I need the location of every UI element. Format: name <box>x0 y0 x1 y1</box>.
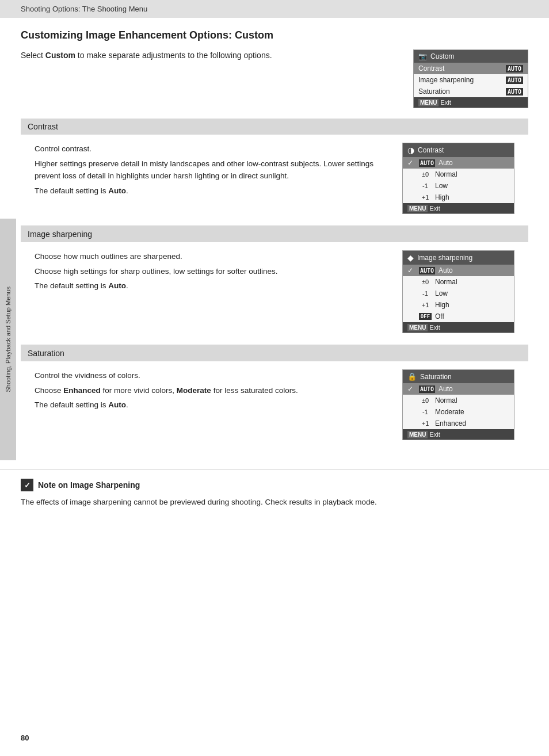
contrast-section: Contrast Control contrast. Higher settin… <box>21 119 528 226</box>
sharpening-submenu-icon: ◆ <box>407 253 414 262</box>
contrast-submenu-footer: MENU Exit <box>403 203 514 213</box>
saturation-sym-normal: ±0 <box>419 397 432 404</box>
sharpening-section-header: Image sharpening <box>21 226 528 242</box>
saturation-row-enhanced[interactable]: +1 Enhanced <box>403 418 514 429</box>
header-bar: Shooting Options: The Shooting Menu <box>0 0 549 18</box>
sharpening-label-off: Off <box>435 312 444 320</box>
contrast-sym-auto: AUTO <box>419 159 435 167</box>
contrast-check-auto: ✓ <box>407 159 415 167</box>
sharpening-default-bold: Auto <box>108 281 126 290</box>
sharpening-exit: Exit <box>430 324 440 331</box>
custom-menu-row-sharpening[interactable]: Image sharpening AUTO <box>414 74 528 86</box>
saturation-sym-moderate: -1 <box>419 408 432 415</box>
saturation-default-bold: Auto <box>108 400 126 409</box>
saturation-label-auto: Auto <box>439 385 453 393</box>
contrast-label-auto: Auto <box>439 159 453 167</box>
contrast-row-high[interactable]: +1 High <box>403 192 514 203</box>
saturation-submenu-icon: 🔒 <box>407 372 417 381</box>
contrast-default-bold: Auto <box>108 186 126 195</box>
intro-bold: Custom <box>45 51 75 60</box>
sharpening-desc-line1: Choose how much outlines are sharpened. <box>35 250 388 263</box>
side-tab: Shooting, Playback and Setup Menus <box>0 219 16 460</box>
custom-menu-saturation-label: Saturation <box>418 87 450 96</box>
page-title: Customizing Image Enhancement Options: C… <box>21 29 528 41</box>
saturation-enhanced-bold: Enhanced <box>63 386 101 395</box>
sharpening-sym-normal: ±0 <box>419 278 432 285</box>
page-number: 80 <box>21 734 29 742</box>
contrast-desc-line3: The default setting is Auto. <box>35 185 388 197</box>
sharpening-label-normal: Normal <box>435 278 458 286</box>
contrast-menu-key: MENU <box>407 205 428 212</box>
saturation-menu-key: MENU <box>407 431 428 438</box>
saturation-submenu-label: Saturation <box>420 373 452 381</box>
contrast-label-low: Low <box>435 182 448 190</box>
saturation-row-moderate[interactable]: -1 Moderate <box>403 406 514 418</box>
custom-menu-icon: 📷 <box>418 52 427 60</box>
saturation-label-normal: Normal <box>435 396 458 404</box>
custom-menu-row-contrast[interactable]: Contrast AUTO <box>414 63 528 74</box>
sharpening-row-low[interactable]: -1 Low <box>403 288 514 299</box>
contrast-label-normal: Normal <box>435 170 458 178</box>
contrast-desc-line1: Control contrast. <box>35 143 388 155</box>
contrast-desc-line2: Higher settings preserve detail in misty… <box>35 158 388 182</box>
sharpening-submenu-header: ◆ Image sharpening <box>403 251 514 265</box>
saturation-desc-line2: Choose Enhanced for more vivid colors, M… <box>35 384 388 397</box>
saturation-section-body: Control the vividness of colors. Choose … <box>21 361 528 452</box>
saturation-label-moderate: Moderate <box>435 408 464 416</box>
note-title-text: Note on Image Sharpening <box>38 480 140 490</box>
custom-menu-panel: 📷 Custom Contrast AUTO Image sharpening … <box>413 49 528 108</box>
sharpening-row-high[interactable]: +1 High <box>403 299 514 311</box>
sharpening-sym-high: +1 <box>419 301 432 308</box>
contrast-section-header: Contrast <box>21 119 528 135</box>
custom-menu-sharpening-label: Image sharpening <box>418 76 474 84</box>
custom-menu-exit: Exit <box>441 99 451 106</box>
header-title: Shooting Options: The Shooting Menu <box>21 5 147 13</box>
saturation-row-normal[interactable]: ±0 Normal <box>403 395 514 406</box>
contrast-submenu-icon: ◑ <box>407 146 414 155</box>
saturation-moderate-bold: Moderate <box>177 386 211 395</box>
contrast-section-body: Control contrast. Higher settings preser… <box>21 135 528 226</box>
note-text: The effects of image sharpening cannot b… <box>21 496 528 509</box>
saturation-sym-enhanced: +1 <box>419 420 432 427</box>
sharpening-section-body: Choose how much outlines are sharpened. … <box>21 242 528 345</box>
sharpening-row-off[interactable]: OFF Off <box>403 311 514 322</box>
intro-row: Select Custom to make separate adjustmen… <box>21 49 528 108</box>
saturation-submenu-footer: MENU Exit <box>403 429 514 440</box>
note-section: ✓ Note on Image Sharpening The effects o… <box>0 469 549 518</box>
saturation-desc: Control the vividness of colors. Choose … <box>35 369 388 440</box>
saturation-exit: Exit <box>430 431 440 438</box>
saturation-row-auto[interactable]: ✓ AUTO Auto <box>403 383 514 395</box>
side-tab-text: Shooting, Playback and Setup Menus <box>5 287 12 392</box>
sharpening-row-normal[interactable]: ±0 Normal <box>403 276 514 288</box>
custom-menu-sharpening-value: AUTO <box>506 77 523 84</box>
saturation-section-header: Saturation <box>21 345 528 361</box>
saturation-submenu: 🔒 Saturation ✓ AUTO Auto ±0 Normal -1 Mo… <box>402 369 514 440</box>
contrast-submenu: ◑ Contrast ✓ AUTO Auto ±0 Normal -1 Low <box>402 143 514 214</box>
sharpening-label-high: High <box>435 301 449 309</box>
saturation-sym-auto: AUTO <box>419 385 435 393</box>
sharpening-sym-off: OFF <box>419 313 432 320</box>
contrast-label-high: High <box>435 193 449 201</box>
sharpening-desc: Choose how much outlines are sharpened. … <box>35 250 388 333</box>
sharpening-label-low: Low <box>435 289 448 297</box>
sharpening-row-auto[interactable]: ✓ AUTO Auto <box>403 265 514 276</box>
sharpening-label-auto: Auto <box>439 266 453 274</box>
custom-menu-saturation-value: AUTO <box>506 88 523 96</box>
contrast-sym-high: +1 <box>419 194 432 201</box>
contrast-sym-normal: ±0 <box>419 171 432 178</box>
saturation-desc-line3: The default setting is Auto. <box>35 399 388 411</box>
note-title: ✓ Note on Image Sharpening <box>21 479 528 491</box>
custom-menu-key: MENU <box>418 99 439 106</box>
custom-menu-row-saturation[interactable]: Saturation AUTO <box>414 86 528 97</box>
saturation-submenu-header: 🔒 Saturation <box>403 370 514 383</box>
contrast-submenu-header: ◑ Contrast <box>403 143 514 157</box>
custom-menu-contrast-label: Contrast <box>418 64 444 72</box>
contrast-row-normal[interactable]: ±0 Normal <box>403 169 514 180</box>
contrast-row-low[interactable]: -1 Low <box>403 180 514 192</box>
sharpening-desc-line2: Choose high settings for sharp outlines,… <box>35 265 388 278</box>
saturation-label-enhanced: Enhanced <box>435 419 466 427</box>
custom-menu-footer: MENU Exit <box>414 97 528 108</box>
custom-menu-label: Custom <box>430 52 454 60</box>
contrast-desc: Control contrast. Higher settings preser… <box>35 143 388 214</box>
contrast-row-auto[interactable]: ✓ AUTO Auto <box>403 157 514 169</box>
